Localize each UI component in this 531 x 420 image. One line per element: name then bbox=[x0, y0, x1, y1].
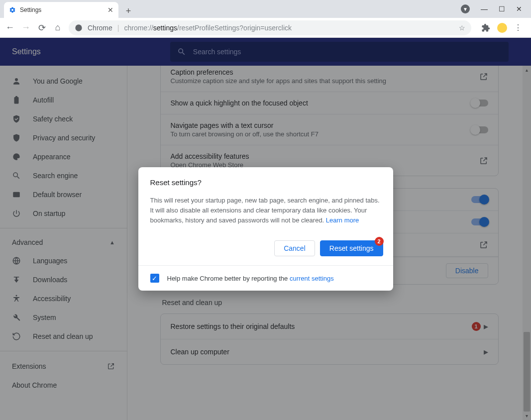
dialog-footer-text: Help make Chrome better by reporting the… bbox=[167, 275, 334, 282]
home-button[interactable]: ⌂ bbox=[53, 22, 63, 33]
reset-settings-dialog: Reset settings? This will reset your sta… bbox=[138, 167, 393, 291]
svg-point-0 bbox=[75, 24, 82, 31]
tab-close-icon[interactable]: ✕ bbox=[107, 6, 113, 14]
extension-avatar-icon[interactable] bbox=[497, 23, 507, 33]
tab-title: Settings bbox=[20, 6, 41, 13]
browser-toolbar: ← → ⟳ ⌂ Chrome | chrome://settings/reset… bbox=[0, 18, 531, 38]
minimize-button[interactable]: — bbox=[481, 5, 488, 13]
dialog-title: Reset settings? bbox=[150, 178, 381, 187]
maximize-button[interactable]: ☐ bbox=[499, 5, 505, 13]
omnibox-label: Chrome bbox=[88, 24, 112, 32]
forward-button[interactable]: → bbox=[21, 22, 31, 33]
settings-gear-icon bbox=[9, 6, 16, 13]
report-settings-checkbox[interactable]: ✓ bbox=[150, 274, 159, 283]
dialog-description: This will reset your startup page, new t… bbox=[150, 196, 381, 225]
modal-overlay[interactable]: Reset settings? This will reset your sta… bbox=[0, 38, 531, 420]
learn-more-link[interactable]: Learn more bbox=[326, 216, 359, 224]
bookmark-star-icon[interactable]: ☆ bbox=[459, 24, 465, 32]
site-info-icon[interactable] bbox=[75, 24, 83, 32]
cancel-button[interactable]: Cancel bbox=[274, 240, 315, 256]
omnibox[interactable]: Chrome | chrome://settings/resetProfileS… bbox=[69, 20, 471, 35]
back-button[interactable]: ← bbox=[5, 22, 15, 33]
reset-settings-button[interactable]: Reset settings 2 bbox=[320, 240, 383, 256]
browser-menu-icon[interactable]: ⋮ bbox=[514, 23, 522, 32]
browser-titlebar: Settings ✕ + ▼ — ☐ ✕ bbox=[0, 0, 531, 18]
new-tab-button[interactable]: + bbox=[121, 4, 135, 18]
step-badge-2: 2 bbox=[375, 237, 384, 246]
profile-icon[interactable]: ▼ bbox=[461, 4, 470, 13]
close-window-button[interactable]: ✕ bbox=[516, 5, 522, 13]
window-controls: ▼ — ☐ ✕ bbox=[461, 0, 531, 18]
extensions-icon[interactable] bbox=[481, 23, 490, 32]
omnibox-url: chrome://settings/resetProfileSettings?o… bbox=[124, 24, 292, 32]
current-settings-link[interactable]: current settings bbox=[290, 275, 334, 282]
reload-button[interactable]: ⟳ bbox=[37, 22, 47, 33]
browser-tab[interactable]: Settings ✕ bbox=[4, 2, 118, 18]
